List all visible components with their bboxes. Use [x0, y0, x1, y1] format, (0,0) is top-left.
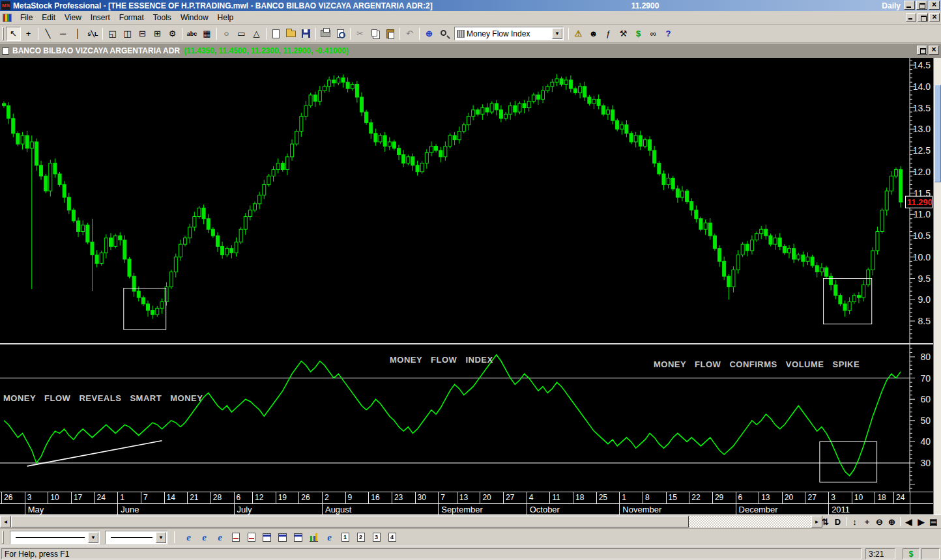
scroll-left-button[interactable]: ◀ — [903, 516, 915, 527]
separator — [846, 517, 847, 526]
rescale-button[interactable]: ⇅ — [819, 516, 832, 527]
context-help-button[interactable]: ? — [661, 27, 676, 41]
chart-restore-button[interactable] — [917, 46, 927, 55]
print-preview-button[interactable] — [333, 27, 348, 41]
page-4-button[interactable]: 4 — [384, 530, 399, 544]
stop-loss-line-tool-button[interactable]: s╲L — [85, 27, 100, 41]
indicator-quicklist-combo[interactable]: Money Flow Index ▼ — [454, 27, 564, 40]
menu-tools[interactable]: Tools — [149, 12, 176, 23]
chevron-down-icon[interactable]: ▼ — [88, 532, 98, 543]
chart-page-button-2[interactable] — [244, 530, 259, 544]
child-window-icon[interactable] — [3, 14, 12, 22]
tile-vertical-button[interactable]: ◫ — [120, 27, 135, 41]
vertical-scrollbar[interactable] — [933, 58, 941, 514]
text-tool-button[interactable]: abc — [184, 27, 199, 41]
vertical-scrollbar-thumb[interactable] — [934, 85, 941, 182]
smart-chart-button-2[interactable]: e — [197, 530, 212, 544]
chart-close-button[interactable] — [929, 46, 939, 55]
menu-file[interactable]: File — [16, 12, 37, 23]
downloader-button[interactable]: $ — [631, 27, 646, 41]
scroll-right-button[interactable]: ▶ — [915, 516, 927, 527]
child-minimize-button[interactable] — [906, 13, 916, 21]
chevron-down-icon[interactable]: ▼ — [552, 28, 562, 39]
toolbar-grip[interactable] — [2, 531, 4, 544]
new-document-icon — [272, 29, 280, 38]
indicator-builder-button[interactable]: ƒ — [601, 27, 616, 41]
new-chart-button[interactable] — [268, 27, 283, 41]
zoom-out-button[interactable]: ⊖ — [873, 516, 886, 527]
layout-button-2[interactable] — [275, 530, 290, 544]
date-tick: 3 — [828, 492, 852, 503]
horizontal-scrollbar-track[interactable] — [11, 516, 811, 527]
cascade-windows-button[interactable]: ◱ — [105, 27, 120, 41]
menu-edit[interactable]: Edit — [37, 12, 60, 23]
ellipse-tool-button[interactable]: ○ — [219, 27, 234, 41]
cut-button[interactable]: ✂ — [353, 27, 368, 41]
tile-horizontal-button[interactable]: ⊟ — [135, 27, 150, 41]
smart-chart-button-1[interactable]: e — [181, 530, 196, 544]
chart-page-button-1[interactable] — [228, 530, 243, 544]
move-chart-button[interactable]: + — [861, 516, 873, 527]
candle-body — [509, 105, 512, 114]
print-button[interactable] — [318, 27, 333, 41]
page-1-button[interactable]: 1 — [338, 530, 353, 544]
candle-body — [662, 174, 665, 184]
save-chart-button[interactable] — [298, 27, 313, 41]
resize-vertical-button[interactable]: ↕ — [848, 516, 861, 527]
menu-window[interactable]: Window — [176, 12, 213, 23]
layout-button-1[interactable] — [259, 530, 274, 544]
page-2-button[interactable]: 2 — [353, 530, 368, 544]
chevron-down-icon[interactable]: ▼ — [156, 532, 166, 543]
menu-format[interactable]: Format — [115, 12, 149, 23]
paste-button[interactable] — [383, 27, 398, 41]
smart-chart-button-3[interactable]: e — [212, 530, 227, 544]
grid-tool-button[interactable]: ▦ — [199, 27, 214, 41]
copy-button[interactable] — [368, 27, 383, 41]
tile-grid-button[interactable]: ⊞ — [150, 27, 165, 41]
candle-body — [825, 268, 828, 276]
candle-body — [601, 105, 605, 114]
chart-list-button[interactable]: ▤ — [927, 516, 940, 527]
child-restore-button[interactable] — [918, 13, 928, 21]
minimize-button[interactable] — [904, 1, 915, 10]
scrollbar-left-arrow[interactable]: ◄ — [0, 516, 11, 527]
menu-help[interactable]: Help — [213, 12, 239, 23]
horizontal-line-tool-button[interactable]: ─ — [55, 27, 70, 41]
toolbar-grip[interactable] — [2, 27, 4, 40]
candle-body — [750, 240, 753, 251]
system-tester-button[interactable]: ∞ — [646, 27, 661, 41]
vertical-line-tool-button[interactable]: │ — [70, 27, 85, 41]
triangle-tool-button[interactable]: △ — [249, 27, 264, 41]
line-style-combo[interactable]: ▼ — [10, 531, 100, 544]
rectangle-tool-button[interactable]: ▭ — [234, 27, 249, 41]
menu-view[interactable]: View — [60, 12, 86, 23]
explorer-button[interactable]: ⚒ — [616, 27, 631, 41]
page-3-button[interactable]: 3 — [369, 530, 384, 544]
candle-body — [202, 208, 205, 218]
layout-button-3[interactable] — [291, 530, 306, 544]
zoom-chart-button[interactable] — [437, 27, 452, 41]
price-and-mfi-chart[interactable]: 8.59.09.510.010.511.011.512.012.513.013.… — [0, 58, 933, 492]
undo-button[interactable]: ↶ — [402, 27, 417, 41]
crosshair-tool-button[interactable]: + — [21, 27, 36, 41]
line-weight-combo[interactable]: ▼ — [105, 531, 167, 544]
alert-button[interactable]: ⚠ — [571, 27, 586, 41]
restore-button[interactable] — [916, 1, 927, 10]
trendline-tool-button[interactable]: ╲ — [40, 27, 55, 41]
crosshair-pointer-button[interactable]: ⊕ — [422, 27, 437, 41]
open-chart-button[interactable] — [283, 27, 298, 41]
chart-area[interactable]: 8.59.09.510.010.511.011.512.012.513.013.… — [0, 58, 933, 492]
zoom-in-button[interactable]: ⊕ — [886, 516, 898, 527]
candle-body — [564, 80, 568, 85]
close-button[interactable] — [929, 1, 940, 10]
expert-advisor-button[interactable]: ☻ — [586, 27, 601, 41]
periodicity-button[interactable]: D — [832, 516, 844, 527]
child-close-button[interactable] — [929, 13, 940, 21]
alert-icon: ⚠ — [575, 29, 583, 39]
pointer-tool-button[interactable]: ↖ — [6, 27, 21, 41]
window-options-button[interactable]: ⚙ — [165, 27, 180, 41]
horizontal-scrollbar-thumb[interactable] — [11, 516, 689, 527]
bar-chart-button[interactable] — [306, 530, 321, 544]
smart-chart-button-4[interactable]: e — [322, 530, 337, 544]
menu-insert[interactable]: Insert — [86, 12, 115, 23]
